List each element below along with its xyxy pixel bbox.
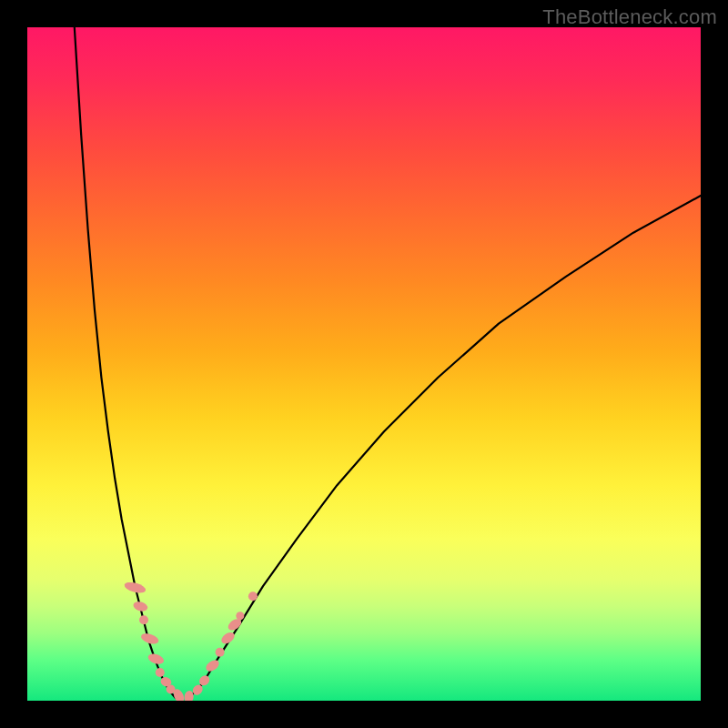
marker-point	[156, 668, 165, 677]
plot-area	[27, 27, 701, 701]
bottleneck-curve	[75, 27, 701, 698]
watermark-text: TheBottleneck.com	[542, 5, 717, 29]
marker-point	[184, 690, 195, 701]
marker-point	[216, 648, 225, 657]
chart-frame: TheBottleneck.com	[0, 0, 728, 728]
marker-point	[248, 592, 258, 601]
marker-point	[204, 658, 221, 673]
series-right-branch	[189, 196, 701, 698]
marker-point	[139, 615, 148, 624]
marker-point	[132, 600, 148, 612]
marker-point	[236, 612, 244, 620]
series-left-branch	[75, 27, 176, 698]
plot-svg	[27, 27, 701, 701]
highlighted-points	[124, 581, 258, 701]
